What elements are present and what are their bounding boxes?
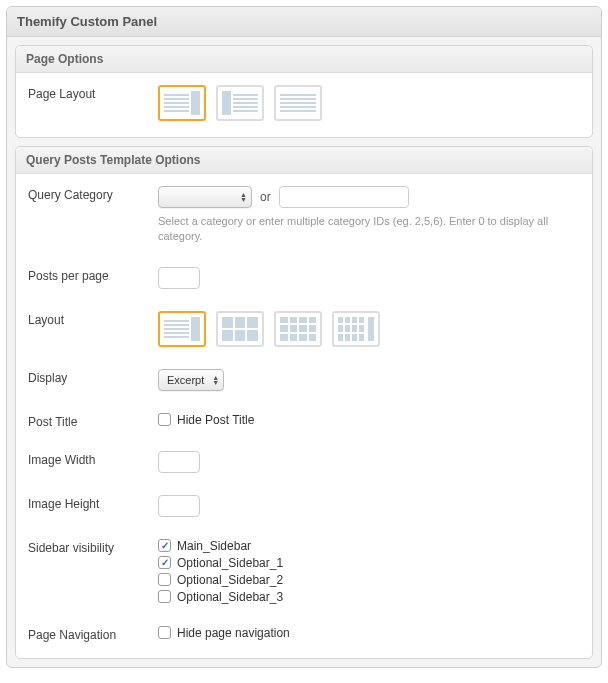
query-posts-section: Query Posts Template Options Query Categ… bbox=[15, 146, 593, 659]
hide-page-navigation-checkbox[interactable] bbox=[158, 626, 171, 639]
image-height-label: Image Height bbox=[28, 495, 158, 511]
hide-post-title-text: Hide Post Title bbox=[177, 413, 254, 427]
query-layout-grid-3[interactable] bbox=[216, 311, 264, 347]
sidebar-opt1-checkbox[interactable] bbox=[158, 556, 171, 569]
image-width-label: Image Width bbox=[28, 451, 158, 467]
panel-title: Themify Custom Panel bbox=[7, 7, 601, 37]
query-layout-grid-4-sidebar[interactable] bbox=[332, 311, 380, 347]
sidebar-main-label: Main_Sidebar bbox=[177, 539, 251, 553]
query-category-select[interactable]: ▲▼ bbox=[158, 186, 252, 208]
page-layout-sidebar-right[interactable] bbox=[158, 85, 206, 121]
sidebar-opt3-label: Optional_Sidebar_3 bbox=[177, 590, 283, 604]
query-layout-grid-4[interactable] bbox=[274, 311, 322, 347]
sidebar-opt2-checkbox[interactable] bbox=[158, 573, 171, 586]
page-layout-sidebar-left[interactable] bbox=[216, 85, 264, 121]
query-posts-title: Query Posts Template Options bbox=[16, 147, 592, 174]
sidebar-visibility-label: Sidebar visibility bbox=[28, 539, 158, 555]
query-layout-list[interactable] bbox=[158, 311, 206, 347]
page-options-title: Page Options bbox=[16, 46, 592, 73]
sidebar-opt1-label: Optional_Sidebar_1 bbox=[177, 556, 283, 570]
page-options-section: Page Options Page Layout bbox=[15, 45, 593, 138]
image-width-input[interactable] bbox=[158, 451, 200, 473]
query-category-hint: Select a category or enter multiple cate… bbox=[158, 214, 580, 245]
themify-custom-panel: Themify Custom Panel Page Options Page L… bbox=[6, 6, 602, 668]
query-layout-options bbox=[158, 311, 580, 347]
hide-post-title-checkbox[interactable] bbox=[158, 413, 171, 426]
display-select[interactable]: Excerpt ▲▼ bbox=[158, 369, 224, 391]
select-arrows-icon: ▲▼ bbox=[212, 375, 219, 385]
display-label: Display bbox=[28, 369, 158, 385]
sidebar-opt2-label: Optional_Sidebar_2 bbox=[177, 573, 283, 587]
select-arrows-icon: ▲▼ bbox=[240, 192, 247, 202]
posts-per-page-input[interactable] bbox=[158, 267, 200, 289]
post-title-label: Post Title bbox=[28, 413, 158, 429]
or-text: or bbox=[260, 190, 271, 204]
page-navigation-label: Page Navigation bbox=[28, 626, 158, 642]
page-layout-full-width[interactable] bbox=[274, 85, 322, 121]
query-category-label: Query Category bbox=[28, 186, 158, 202]
hide-page-navigation-text: Hide page navigation bbox=[177, 626, 290, 640]
display-select-value: Excerpt bbox=[167, 374, 204, 386]
query-layout-label: Layout bbox=[28, 311, 158, 327]
sidebar-opt3-checkbox[interactable] bbox=[158, 590, 171, 603]
posts-per-page-label: Posts per page bbox=[28, 267, 158, 283]
page-layout-label: Page Layout bbox=[28, 85, 158, 101]
image-height-input[interactable] bbox=[158, 495, 200, 517]
sidebar-main-checkbox[interactable] bbox=[158, 539, 171, 552]
page-layout-options bbox=[158, 85, 580, 121]
query-category-ids-input[interactable] bbox=[279, 186, 409, 208]
